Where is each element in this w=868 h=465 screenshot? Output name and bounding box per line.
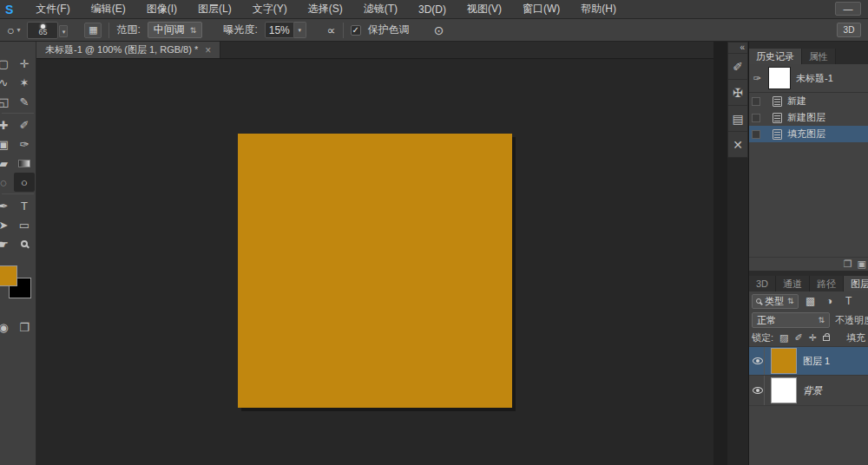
stepper-arrows-icon: ⇅ — [818, 316, 825, 324]
expand-panels-icon[interactable]: « — [740, 43, 747, 53]
pen-pressure-icon[interactable]: ⊙ — [434, 23, 444, 37]
document-canvas[interactable] — [238, 134, 512, 408]
history-state-row[interactable]: 新建 — [749, 93, 868, 109]
search-icon — [756, 298, 761, 304]
history-panel-footer: ❐ ▣ — [749, 257, 868, 271]
lock-transparency-icon[interactable]: ▨ — [779, 332, 788, 344]
new-document-from-state-icon[interactable]: ❐ — [844, 259, 852, 270]
layer-filter-type-select[interactable]: 类型 ⇅ — [752, 294, 799, 309]
menu-select[interactable]: 选择(S) — [298, 2, 353, 16]
lock-label: 锁定: — [752, 331, 773, 344]
menu-help[interactable]: 帮助(H) — [570, 2, 627, 16]
history-state-row[interactable]: 填充图层 — [749, 126, 868, 142]
history-brush-source-icon[interactable]: ✑ — [751, 73, 763, 84]
exposure-slider-button[interactable]: ▾ — [294, 22, 306, 38]
tab-layers[interactable]: 图层 — [844, 276, 868, 291]
tool-presets-panel-icon[interactable]: ✕ — [728, 131, 747, 157]
menu-file[interactable]: 文件(F) — [25, 2, 80, 16]
brush-tool[interactable]: ✐ — [14, 115, 35, 134]
tab-3d[interactable]: 3D — [749, 276, 776, 291]
new-snapshot-icon[interactable]: ▣ — [858, 259, 866, 270]
hand-tool[interactable]: ☛ — [0, 234, 14, 253]
eyedropper-tool[interactable]: ✎ — [14, 92, 35, 111]
history-state-row[interactable]: 新建图层 — [749, 109, 868, 126]
visibility-toggle[interactable] — [751, 347, 765, 375]
magic-wand-tool[interactable]: ✶ — [14, 73, 35, 92]
chevron-down-icon: ▾ — [16, 26, 20, 34]
gradient-tool[interactable] — [14, 154, 35, 173]
rectangular-marquee-tool[interactable]: ▢ — [0, 54, 14, 73]
document-state-icon — [773, 96, 782, 107]
healing-brush-tool[interactable]: ✚ — [0, 115, 14, 134]
work-area: ▢✛ ∿✶ ◱✎ ✚✐ ▣✑ ▰ ◌○ ✒T ➤▭ ☛ ◉ ❐ — [0, 42, 868, 465]
menu-3d[interactable]: 3D(D) — [408, 3, 457, 16]
history-snapshot-row[interactable]: ✑ 未标题-1 — [749, 64, 868, 92]
layer-thumbnail[interactable] — [771, 377, 797, 403]
lasso-tool[interactable]: ∿ — [0, 73, 14, 92]
brush-preset-picker[interactable]: 65 ▾ — [27, 22, 58, 39]
layer-thumbnail[interactable] — [771, 348, 797, 374]
toggle-brush-panel-button[interactable]: ▦ — [84, 23, 102, 38]
menu-window[interactable]: 窗口(W) — [512, 2, 570, 16]
document-state-icon — [773, 129, 782, 140]
menu-layer[interactable]: 图层(L) — [187, 2, 242, 16]
menu-type[interactable]: 文字(Y) — [242, 2, 298, 16]
layer-comps-panel-icon[interactable]: ▤ — [728, 105, 747, 131]
quick-mask-button[interactable]: ◉ — [0, 318, 14, 337]
menu-filter[interactable]: 滤镜(T) — [353, 2, 408, 16]
path-selection-tool[interactable]: ➤ — [0, 215, 14, 234]
move-tool[interactable]: ✛ — [14, 54, 35, 73]
tab-channels[interactable]: 通道 — [776, 276, 810, 291]
minimize-button[interactable]: — — [835, 2, 861, 16]
protect-tones-checkbox[interactable]: ✓ — [351, 25, 361, 36]
close-icon[interactable]: × — [205, 44, 211, 56]
history-panel: ✑ 未标题-1 新建 新建图层 填充图层 — [749, 64, 868, 271]
history-empty-area — [749, 142, 868, 257]
menu-edit[interactable]: 编辑(E) — [81, 2, 136, 16]
crop-tool[interactable]: ◱ — [0, 92, 14, 111]
current-tool-dropdown[interactable]: ○ ▾ — [7, 23, 20, 37]
layer-row[interactable]: 背景 — [749, 376, 868, 406]
filter-type-layers-icon[interactable]: T — [842, 295, 856, 307]
type-tool[interactable]: T — [14, 196, 35, 215]
lock-paint-icon[interactable]: ✐ — [794, 332, 802, 344]
history-brush-tool[interactable]: ✑ — [14, 134, 35, 154]
range-select[interactable]: 中间调 ⇅ — [148, 22, 203, 38]
tab-history[interactable]: 历史记录 — [749, 49, 802, 64]
menu-view[interactable]: 视图(V) — [457, 2, 512, 16]
blur-tool[interactable]: ◌ — [0, 173, 14, 192]
stepper-arrows-icon: ⇅ — [787, 297, 794, 305]
blend-mode-select[interactable]: 正常 ⇅ — [752, 312, 830, 328]
foreground-color-swatch[interactable] — [0, 265, 17, 286]
3d-mode-button[interactable]: 3D — [837, 23, 861, 37]
filter-adjustment-layers-icon[interactable]: ◑ — [823, 295, 837, 307]
history-source-checkbox[interactable] — [752, 114, 760, 122]
layers-panel-tabs: 3D 通道 路径 图层 — [749, 276, 868, 291]
tool-group-separator — [2, 193, 34, 194]
rectangle-tool[interactable]: ▭ — [14, 215, 35, 234]
dodge-tool[interactable]: ○ — [14, 173, 35, 192]
clone-source-panel-icon[interactable]: ✠ — [728, 79, 747, 105]
visibility-toggle[interactable] — [751, 376, 765, 405]
toolbox: ▢✛ ∿✶ ◱✎ ✚✐ ▣✑ ▰ ◌○ ✒T ➤▭ ☛ ◉ ❐ — [0, 42, 36, 465]
history-source-checkbox[interactable] — [752, 130, 760, 139]
tab-paths[interactable]: 路径 — [810, 276, 844, 291]
clone-stamp-tool[interactable]: ▣ — [0, 134, 14, 154]
dodge-tool-icon: ○ — [7, 23, 14, 37]
exposure-input[interactable]: 15% — [265, 22, 294, 38]
blend-mode-value: 正常 — [757, 314, 776, 327]
lock-all-icon[interactable] — [823, 336, 830, 341]
history-source-checkbox[interactable] — [752, 97, 760, 106]
filter-image-layers-icon[interactable]: ▩ — [804, 295, 818, 307]
pen-tool[interactable]: ✒ — [0, 196, 14, 215]
screen-mode-button[interactable]: ❐ — [14, 318, 35, 337]
menu-image[interactable]: 图像(I) — [136, 2, 187, 16]
paint-tools-panel-icon[interactable]: ✐ — [728, 53, 747, 79]
tab-properties[interactable]: 属性 — [802, 49, 836, 64]
lock-position-icon[interactable]: ✛ — [809, 332, 817, 344]
zoom-tool[interactable] — [14, 234, 35, 253]
eraser-tool[interactable]: ▰ — [0, 154, 14, 173]
airbrush-toggle-icon[interactable]: ∝ — [327, 23, 336, 37]
document-tab[interactable]: 未标题-1 @ 100% (图层 1, RGB/8) * × — [36, 42, 220, 58]
layer-row[interactable]: 图层 1 — [749, 347, 868, 376]
